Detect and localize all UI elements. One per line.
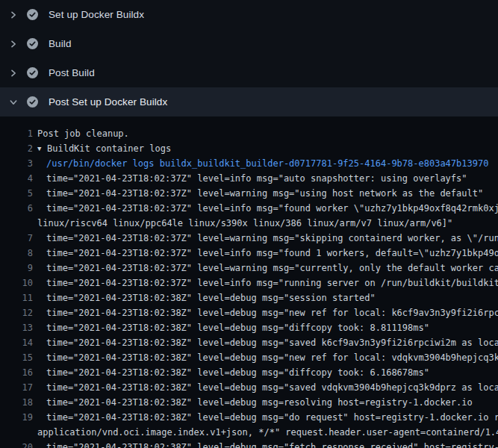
- line-number[interactable]: 7: [0, 231, 33, 246]
- line-number[interactable]: 10: [0, 276, 33, 290]
- log-text: time="2021-04-23T18:02:38Z" level=debug …: [33, 440, 498, 448]
- log-line: 16 time="2021-04-23T18:02:38Z" level=deb…: [0, 365, 498, 380]
- log-line: 1 Post job cleanup.: [0, 126, 498, 141]
- log-line: 18 time="2021-04-23T18:02:38Z" level=deb…: [0, 395, 498, 410]
- chevron-icon[interactable]: [7, 69, 19, 78]
- step-label: Post Build: [49, 67, 95, 78]
- collapse-toggle-icon[interactable]: ▼: [37, 141, 47, 156]
- log-line: 9 time="2021-04-23T18:02:37Z" level=warn…: [0, 261, 498, 276]
- check-circle-icon: [27, 67, 39, 78]
- line-number[interactable]: 3: [0, 156, 33, 171]
- line-number[interactable]: 2: [0, 141, 33, 156]
- step-label: Build: [49, 38, 72, 49]
- line-number[interactable]: 18: [0, 395, 33, 410]
- log-text: time="2021-04-23T18:02:37Z" level=info m…: [33, 201, 498, 216]
- log-line: 15 time="2021-04-23T18:02:38Z" level=deb…: [0, 350, 498, 365]
- steps-list: Set up Docker Buildx Build Post Buil: [0, 0, 498, 116]
- log-line: 8 time="2021-04-23T18:02:37Z" level=info…: [0, 246, 498, 261]
- line-number[interactable]: 16: [0, 365, 33, 380]
- log-line: 14 time="2021-04-23T18:02:38Z" level=deb…: [0, 335, 498, 350]
- chevron-icon[interactable]: [7, 98, 19, 107]
- check-circle-icon: [27, 9, 39, 20]
- chevron-icon[interactable]: [7, 10, 19, 19]
- log-line: 17 time="2021-04-23T18:02:38Z" level=deb…: [0, 380, 498, 395]
- log-text: ▼BuildKit container logs: [33, 141, 171, 156]
- line-number[interactable]: 9: [0, 261, 33, 276]
- log-text: time="2021-04-23T18:02:37Z" level=warnin…: [33, 231, 498, 246]
- log-text: linux/riscv64 linux/ppc64le linux/s390x …: [33, 216, 452, 231]
- log-text: application/vnd.oci.image.index.v1+json,…: [33, 425, 498, 440]
- line-number[interactable]: 20: [0, 440, 33, 448]
- step-label: Set up Docker Buildx: [49, 9, 144, 20]
- log-line: 5 time="2021-04-23T18:02:37Z" level=warn…: [0, 186, 498, 201]
- line-number[interactable]: 13: [0, 320, 33, 335]
- workflow-log-viewer: Set up Docker Buildx Build Post Buil: [0, 0, 498, 448]
- log-line: 11 time="2021-04-23T18:02:38Z" level=deb…: [0, 290, 498, 305]
- log-line: 6 time="2021-04-23T18:02:37Z" level=info…: [0, 201, 498, 216]
- log-text: time="2021-04-23T18:02:38Z" level=debug …: [33, 305, 498, 320]
- line-number[interactable]: 1: [0, 126, 33, 141]
- log-line: 13 time="2021-04-23T18:02:38Z" level=deb…: [0, 320, 498, 335]
- log-text: time="2021-04-23T18:02:38Z" level=debug …: [33, 395, 473, 410]
- log-text: /usr/bin/docker logs buildx_buildkit_bui…: [33, 156, 488, 171]
- log-text: time="2021-04-23T18:02:38Z" level=debug …: [33, 380, 498, 395]
- log-text: time="2021-04-23T18:02:38Z" level=debug …: [33, 320, 429, 335]
- log-text: time="2021-04-23T18:02:37Z" level=info m…: [33, 171, 467, 186]
- log-text: time="2021-04-23T18:02:38Z" level=debug …: [33, 290, 376, 305]
- log-line: 19 time="2021-04-23T18:02:38Z" level=deb…: [0, 410, 498, 425]
- log-line: 10 time="2021-04-23T18:02:37Z" level=inf…: [0, 276, 498, 290]
- log-text: time="2021-04-23T18:02:38Z" level=debug …: [33, 350, 498, 365]
- log-line: 7 time="2021-04-23T18:02:37Z" level=warn…: [0, 231, 498, 246]
- log-area: 1 Post job cleanup. 2 ▼BuildKit containe…: [0, 116, 498, 448]
- line-number[interactable]: 5: [0, 186, 33, 201]
- line-number[interactable]: 17: [0, 380, 33, 395]
- log-line: 20 time="2021-04-23T18:02:38Z" level=deb…: [0, 440, 498, 448]
- line-number[interactable]: [0, 425, 33, 440]
- line-number[interactable]: 8: [0, 246, 33, 261]
- log-line: 12 time="2021-04-23T18:02:38Z" level=deb…: [0, 305, 498, 320]
- log-text: time="2021-04-23T18:02:38Z" level=debug …: [33, 410, 498, 425]
- log-text: Post job cleanup.: [33, 126, 129, 141]
- line-number[interactable]: 6: [0, 201, 33, 216]
- log-text: time="2021-04-23T18:02:38Z" level=debug …: [33, 335, 498, 350]
- step-row[interactable]: Post Build: [0, 58, 498, 87]
- log-text: time="2021-04-23T18:02:37Z" level=warnin…: [33, 186, 483, 201]
- log-text: time="2021-04-23T18:02:38Z" level=debug …: [33, 365, 429, 380]
- chevron-icon[interactable]: [7, 40, 19, 49]
- step-row[interactable]: Post Set up Docker Buildx: [0, 87, 498, 116]
- line-number[interactable]: 19: [0, 410, 33, 425]
- step-row[interactable]: Set up Docker Buildx: [0, 0, 498, 29]
- log-text: time="2021-04-23T18:02:37Z" level=warnin…: [33, 261, 498, 276]
- log-text: time="2021-04-23T18:02:37Z" level=info m…: [33, 246, 498, 261]
- line-number[interactable]: 15: [0, 350, 33, 365]
- step-label: Post Set up Docker Buildx: [49, 96, 167, 108]
- step-row[interactable]: Build: [0, 29, 498, 58]
- log-line: linux/riscv64 linux/ppc64le linux/s390x …: [0, 216, 498, 231]
- line-number[interactable]: 12: [0, 305, 33, 320]
- check-circle-icon: [27, 96, 39, 108]
- line-number[interactable]: 4: [0, 171, 33, 186]
- line-number[interactable]: 14: [0, 335, 33, 350]
- log-line: 4 time="2021-04-23T18:02:37Z" level=info…: [0, 171, 498, 186]
- log-line: 2 ▼BuildKit container logs: [0, 141, 498, 156]
- log-text: time="2021-04-23T18:02:37Z" level=info m…: [33, 276, 498, 290]
- line-number[interactable]: [0, 216, 33, 231]
- check-circle-icon: [27, 38, 39, 49]
- line-number[interactable]: 11: [0, 290, 33, 305]
- log-line: 3 /usr/bin/docker logs buildx_buildkit_b…: [0, 156, 498, 171]
- log-line: application/vnd.oci.image.index.v1+json,…: [0, 425, 498, 440]
